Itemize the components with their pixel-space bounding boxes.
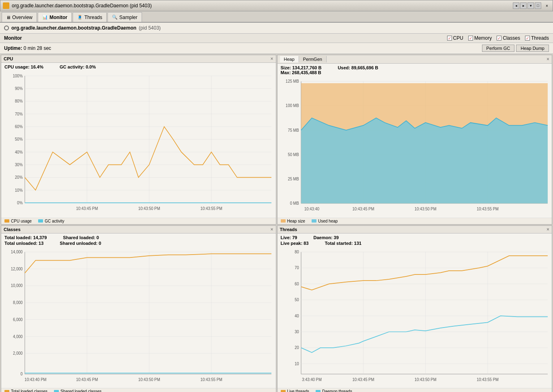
daemon-threads-legend-label: Daemon threads: [322, 389, 352, 392]
window-title: org.gradle.launcher.daemon.bootstrap.Gra…: [12, 3, 510, 9]
svg-text:20%: 20%: [15, 175, 23, 180]
tab-threads[interactable]: 🧵 Threads: [73, 12, 107, 22]
svg-text:10:43:50 PM: 10:43:50 PM: [138, 377, 160, 381]
svg-text:6,000: 6,000: [13, 317, 23, 321]
perform-gc-button[interactable]: Perform GC: [482, 45, 515, 52]
heap-legend: Heap size Used heap: [278, 218, 552, 224]
close-button[interactable]: ×: [544, 2, 550, 9]
used-heap-legend-color: [312, 219, 316, 223]
classes-chart-area: 14,000 12,000 10,000 8,000 6,000 4,000 2…: [1, 247, 276, 388]
monitor-icon: 📊: [42, 15, 48, 20]
gc-activity-legend-label: GC activity: [45, 219, 64, 223]
svg-text:10:43:45 PM: 10:43:45 PM: [76, 377, 98, 381]
overview-icon: 🖥: [6, 15, 11, 20]
svg-text:3:43:40 PM: 3:43:40 PM: [302, 377, 322, 381]
heap-dump-button[interactable]: Heap Dump: [516, 45, 549, 52]
app-icon: [3, 2, 9, 9]
svg-text:40: 40: [295, 313, 299, 318]
tab-overview[interactable]: 🖥 Overview: [2, 12, 37, 22]
tab-heap[interactable]: Heap: [280, 56, 299, 62]
tab-sampler-label: Sampler: [119, 15, 138, 20]
daemon-threads-legend-color: [316, 390, 321, 392]
svg-text:20: 20: [295, 345, 299, 349]
heap-size: Size: 134,217,760 B: [281, 65, 322, 70]
svg-marker-50: [301, 118, 548, 203]
svg-text:50%: 50%: [15, 137, 23, 142]
classes-label: Classes: [503, 35, 520, 41]
action-buttons: Perform GC Heap Dump: [482, 45, 549, 52]
checkbox-memory[interactable]: ✓ Memory: [468, 35, 492, 41]
cpu-checkbox[interactable]: ✓: [447, 36, 452, 41]
tab-monitor-label: Monitor: [49, 15, 67, 20]
svg-text:50 MB: 50 MB: [288, 152, 299, 156]
tab-monitor[interactable]: 📊 Monitor: [38, 12, 72, 22]
uptime-label: Uptime:: [4, 45, 22, 51]
nav-left-button[interactable]: ◂: [513, 2, 519, 9]
svg-text:100%: 100%: [13, 73, 23, 78]
tab-sampler[interactable]: 🔍 Sampler: [108, 12, 142, 22]
svg-text:70%: 70%: [15, 111, 23, 116]
svg-text:10:43:55 PM: 10:43:55 PM: [477, 207, 499, 211]
svg-text:10:43:55 PM: 10:43:55 PM: [477, 377, 499, 381]
uptime-value: 0 min 28 sec: [24, 45, 51, 51]
monitor-title: Monitor: [4, 35, 447, 41]
svg-text:80: 80: [295, 249, 299, 254]
cpu-legend: CPU usage GC activity: [1, 218, 276, 224]
threads-panel-close[interactable]: ×: [547, 227, 549, 232]
checkbox-threads[interactable]: ✓ Threads: [525, 35, 549, 41]
svg-text:75 MB: 75 MB: [288, 128, 299, 132]
svg-text:50: 50: [295, 297, 299, 302]
checkbox-classes[interactable]: ✓ Classes: [497, 35, 520, 41]
classes-panel: Classes × Total loaded: 14,379 Shared lo…: [1, 225, 276, 392]
svg-text:80%: 80%: [15, 99, 23, 104]
threads-chart-area: 80 70 60 50 40 30 20 10 3:43:40 PM 10:43…: [278, 247, 552, 388]
restore-button[interactable]: □: [535, 2, 541, 9]
svg-text:40%: 40%: [15, 150, 23, 154]
cpu-panel-close[interactable]: ×: [270, 56, 273, 62]
svg-text:60: 60: [295, 281, 299, 286]
svg-text:4,000: 4,000: [13, 334, 23, 338]
daemon-threads-legend: Daemon threads: [316, 389, 352, 392]
classes-checkbox[interactable]: ✓: [497, 36, 501, 41]
threads-icon: 🧵: [77, 15, 83, 20]
total-loaded-stat: Total loaded: 14,379: [4, 235, 47, 240]
svg-text:60%: 60%: [15, 124, 23, 129]
cpu-panel-title: CPU: [4, 56, 13, 61]
cpu-chart-area: 100% 90% 80% 70% 60% 50% 40% 30% 20% 10%…: [1, 71, 276, 218]
svg-text:10:43:40: 10:43:40: [304, 207, 319, 211]
svg-text:30: 30: [295, 329, 299, 334]
classes-panel-close[interactable]: ×: [270, 227, 273, 232]
svg-text:10:43:40 PM: 10:43:40 PM: [25, 377, 47, 381]
threads-checkbox[interactable]: ✓: [525, 36, 530, 41]
live-threads-legend: Live threads: [281, 389, 309, 392]
svg-text:10:43:45 PM: 10:43:45 PM: [352, 207, 374, 211]
heap-used: Used: 89,665,696 B: [338, 65, 378, 70]
threads-legend: Live threads Daemon threads: [278, 388, 552, 392]
checkbox-cpu[interactable]: ✓ CPU: [447, 35, 463, 41]
svg-text:10:43:50 PM: 10:43:50 PM: [414, 207, 436, 211]
heap-panel-close[interactable]: ×: [547, 56, 549, 62]
nav-right-button[interactable]: ▸: [520, 2, 527, 9]
svg-text:8,000: 8,000: [13, 300, 23, 304]
classes-panel-title: Classes: [4, 227, 21, 232]
shared-loaded-legend-label: Shared loaded classes: [60, 389, 101, 392]
threads-chart-svg: 80 70 60 50 40 30 20 10 3:43:40 PM 10:43…: [278, 247, 552, 388]
svg-text:30%: 30%: [15, 162, 23, 167]
svg-text:0: 0: [21, 371, 23, 376]
svg-text:90%: 90%: [15, 86, 23, 91]
cpu-usage-legend-color: [4, 219, 9, 223]
total-unloaded-stat: Total unloaded: 13: [4, 241, 43, 246]
total-started-stat: Total started: 131: [325, 241, 361, 246]
svg-text:10:43:55 PM: 10:43:55 PM: [200, 377, 222, 381]
classes-legend: Total loaded classes Shared loaded class…: [1, 388, 276, 392]
shared-loaded-legend: Shared loaded classes: [54, 389, 101, 392]
nav-down-button[interactable]: ▾: [527, 2, 534, 9]
uptime-info: Uptime: 0 min 28 sec: [4, 45, 51, 51]
heap-panel-header: Heap PermGen ×: [278, 55, 552, 64]
tab-permgen[interactable]: PermGen: [299, 56, 327, 62]
memory-checkbox[interactable]: ✓: [468, 36, 473, 41]
svg-text:0 MB: 0 MB: [290, 201, 299, 206]
shared-loaded-stat: Shared loaded: 0: [63, 235, 99, 240]
total-loaded-legend-color: [4, 390, 9, 392]
used-heap-legend-label: Used heap: [318, 219, 338, 223]
